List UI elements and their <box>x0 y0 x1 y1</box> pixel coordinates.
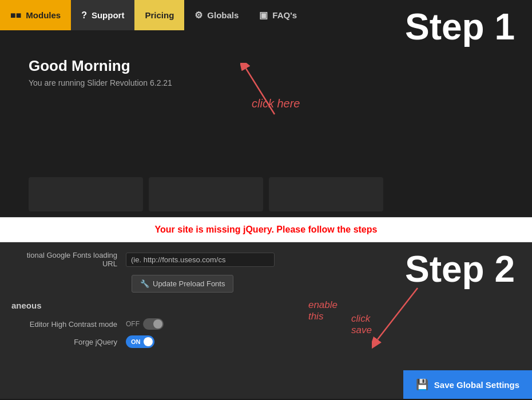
enable-annotation-text: enable this <box>308 299 338 322</box>
click-save-text: click save <box>351 313 372 336</box>
click-here-text: click here <box>252 97 300 110</box>
svg-line-3 <box>378 288 418 339</box>
gear-icon: ⚙ <box>194 10 203 21</box>
forge-jquery-row: Forge jQuery ON <box>11 335 275 348</box>
google-fonts-value: (ie. http://fonts.useso.com/cs <box>126 253 275 267</box>
high-contrast-label: Editor High Contrast mode <box>11 320 126 329</box>
greeting-area: Good Morning You are running Slider Revo… <box>29 57 172 87</box>
update-preload-fonts-button[interactable]: 🔧 Update Preload Fonts <box>132 275 233 293</box>
missing-jquery-text: Your site is missing jQuery. Please foll… <box>155 225 378 234</box>
high-contrast-row: Editor High Contrast mode OFF <box>11 318 275 330</box>
faqs-tab[interactable]: ▣ FAQ's <box>249 0 307 30</box>
faqs-label: FAQ's <box>272 10 297 20</box>
on-label: ON <box>131 338 141 345</box>
update-btn-label: Update Preload Fonts <box>153 279 225 288</box>
toggle-on-switch: ON <box>126 335 154 348</box>
card-row <box>29 177 383 211</box>
bottom-section: Step 2 tional Google Fonts loading URL (… <box>0 242 532 399</box>
save-icon: 💾 <box>416 378 428 391</box>
faqs-icon: ▣ <box>259 10 268 21</box>
modules-icon: ■■ <box>10 10 21 21</box>
top-section: ■■ Modules ? Support Pricing ⚙ Globals ▣… <box>0 0 532 217</box>
globals-label: Globals <box>207 10 239 20</box>
card-3 <box>269 177 383 211</box>
support-label: Support <box>92 10 125 20</box>
forge-jquery-label: Forge jQuery <box>11 338 126 346</box>
globals-tab[interactable]: ⚙ Globals <box>184 0 249 30</box>
card-1 <box>29 177 143 211</box>
greeting-title: Good Morning <box>29 57 172 75</box>
arrow-svg <box>240 63 309 120</box>
pricing-tab[interactable]: Pricing <box>134 0 184 30</box>
pricing-label: Pricing <box>145 10 174 20</box>
card-2 <box>149 177 263 211</box>
wrench-icon: 🔧 <box>140 279 149 288</box>
high-contrast-toggle[interactable]: OFF <box>126 318 164 330</box>
google-fonts-row: tional Google Fonts loading URL (ie. htt… <box>11 251 275 268</box>
forge-jquery-toggle[interactable]: ON <box>126 335 154 348</box>
off-label: OFF <box>126 320 140 328</box>
enable-arrow-svg <box>372 282 452 351</box>
google-fonts-label: tional Google Fonts loading URL <box>11 251 126 268</box>
greeting-subtitle: You are running Slider Revolution 6.2.21 <box>29 78 172 87</box>
missing-jquery-banner: Your site is missing jQuery. Please foll… <box>0 217 532 242</box>
support-tab[interactable]: ? Support <box>71 0 134 30</box>
settings-panel: tional Google Fonts loading URL (ie. htt… <box>0 242 286 399</box>
support-icon: ? <box>81 10 87 21</box>
step1-label: Step 1 <box>405 6 515 48</box>
save-global-settings-button[interactable]: 💾 Save Global Settings <box>403 370 532 399</box>
modules-tab[interactable]: ■■ Modules <box>0 0 71 30</box>
misc-section-title: aneous <box>11 301 275 310</box>
modules-label: Modules <box>26 10 61 20</box>
save-btn-label: Save Global Settings <box>434 380 519 390</box>
toggle-off-circle <box>143 318 164 330</box>
